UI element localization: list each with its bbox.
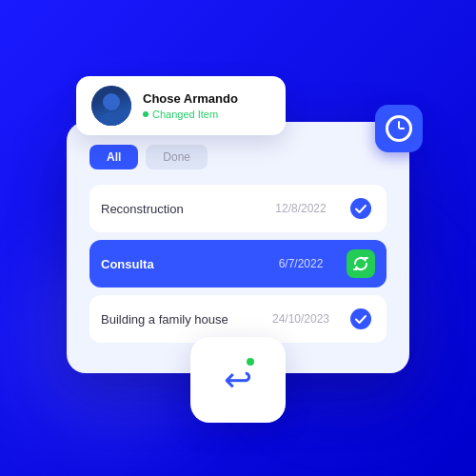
row-label: Building a family house [101, 312, 255, 327]
back-action-wrap: ↩ [224, 360, 252, 400]
status-dot [143, 111, 149, 117]
avatar-face [91, 86, 131, 126]
clock-badge[interactable] [375, 105, 423, 152]
avatar [91, 86, 131, 126]
row-date: 24/10/2023 [263, 312, 339, 326]
row-label: Consulta [101, 257, 255, 271]
row-date: 12/8/2022 [263, 202, 339, 215]
filter-done-button[interactable]: Done [146, 145, 208, 169]
check-icon [347, 194, 375, 223]
table-row[interactable]: Reconstruction 12/8/2022 [89, 185, 387, 232]
sync-icon [347, 249, 375, 278]
main-card: Chose Armando Changed Item All Done Reco… [67, 122, 409, 373]
user-notification-card: Chose Armando Changed Item [76, 76, 286, 135]
clock-icon [386, 115, 412, 142]
row-date: 6/7/2022 [263, 257, 339, 270]
filter-row: All Done [89, 145, 387, 169]
row-label: Reconstruction [101, 202, 255, 216]
filter-all-button[interactable]: All [89, 145, 138, 169]
table-row[interactable]: Consulta 6/7/2022 [89, 240, 387, 288]
check-icon [347, 305, 375, 333]
user-name: Chose Armando [143, 91, 238, 107]
action-card[interactable]: ↩ [190, 337, 286, 423]
user-info: Chose Armando Changed Item [143, 91, 238, 120]
table-row[interactable]: Building a family house 24/10/2023 [89, 295, 387, 343]
svg-point-0 [350, 198, 371, 219]
svg-point-1 [350, 308, 371, 329]
notification-dot [245, 356, 256, 367]
action-label: Changed Item [152, 109, 218, 120]
user-action: Changed Item [143, 109, 238, 120]
